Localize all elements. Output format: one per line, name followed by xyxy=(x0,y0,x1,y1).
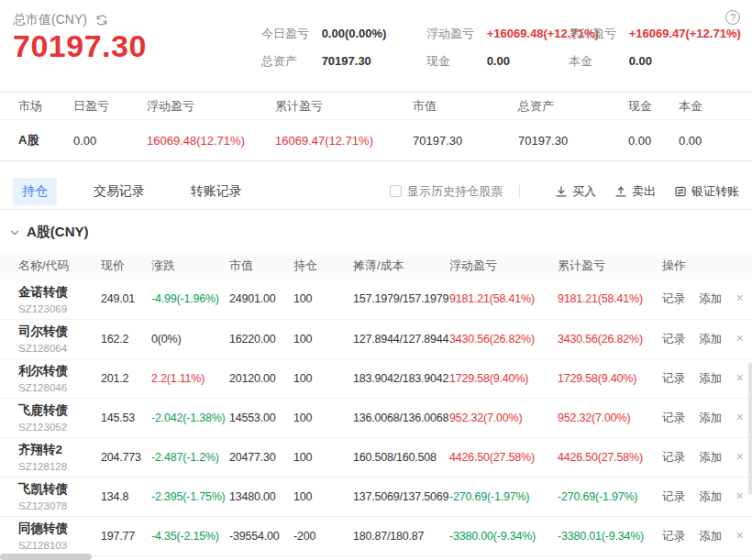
sell-icon xyxy=(614,185,627,198)
col-mkt-value: 市值 xyxy=(229,252,293,280)
col-cash: 现金 xyxy=(628,93,679,120)
close-icon[interactable]: × xyxy=(736,410,744,424)
stat-label: 现金 xyxy=(426,53,481,70)
horizontal-scrollbar[interactable] xyxy=(0,554,92,560)
market-header-row: 市场 日盈亏 浮动盈亏 累计盈亏 市值 总资产 现金 本金 xyxy=(0,93,752,120)
float-pl-cell: -270.69(-1.97%) xyxy=(449,477,558,516)
help-icon[interactable]: ? xyxy=(725,10,740,25)
close-icon[interactable]: × xyxy=(736,331,744,346)
record-link[interactable]: 记录 xyxy=(662,412,685,424)
close-icon[interactable]: × xyxy=(736,449,744,464)
record-link[interactable]: 记录 xyxy=(662,372,685,385)
portfolio-page: 总市值(CNY) 70197.30 今日盈亏 0.00(0.00%) 浮动盈亏 … xyxy=(0,0,752,560)
position-cell: 100 xyxy=(293,280,353,319)
cost-cell: 157.1979/157.1979 xyxy=(353,280,449,319)
close-icon[interactable]: × xyxy=(736,489,744,503)
tab-transfer-records[interactable]: 转账记录 xyxy=(182,178,251,205)
record-link[interactable]: 记录 xyxy=(662,333,685,346)
cumulative-pl-value: 16069.47(12.71%) xyxy=(275,120,413,161)
record-link[interactable]: 记录 xyxy=(662,530,685,543)
price-cell: 197.77 xyxy=(101,516,151,555)
stock-name[interactable]: 利尔转债 xyxy=(18,363,101,379)
floating-pl-value: 16069.48(12.71%) xyxy=(147,120,275,161)
record-link[interactable]: 记录 xyxy=(662,490,685,503)
stock-name[interactable]: 金诺转债 xyxy=(18,284,101,301)
close-icon[interactable]: × xyxy=(736,370,744,385)
stock-name-cell: 同德转债 SZ128103 xyxy=(0,516,101,555)
stat-label: 总资产 xyxy=(261,53,316,70)
cum-pl-cell: 9181.21(58.41%) xyxy=(558,280,662,319)
stock-name-cell: 齐翔转2 SZ128128 xyxy=(0,437,101,477)
stat-label: 本金 xyxy=(569,53,624,70)
stat-item: 总资产 70197.30 xyxy=(261,53,426,70)
vertical-scrollbar[interactable] xyxy=(748,362,752,495)
add-link[interactable]: 添加 xyxy=(699,490,722,503)
price-cell: 249.01 xyxy=(101,280,151,319)
add-link[interactable]: 添加 xyxy=(699,530,722,543)
change-cell: 0(0%) xyxy=(151,319,229,358)
stat-item: 浮动盈亏 +16069.48(+12.71%) xyxy=(426,26,569,42)
stock-name[interactable]: 飞鹿转债 xyxy=(18,402,101,419)
table-row: 齐翔转2 SZ128128 204.773 -2.487(-1.2%) 2047… xyxy=(0,437,752,477)
cum-pl-cell: 4426.50(27.58%) xyxy=(558,437,662,477)
actions-cell: 记录 添加 × xyxy=(662,358,752,398)
bank-transfer-icon xyxy=(674,185,687,198)
position-cell: -200 xyxy=(293,516,353,555)
stock-name-cell: 利尔转债 SZ128046 xyxy=(0,358,101,398)
change-cell: 2.2(1.11%) xyxy=(151,358,229,398)
close-icon[interactable]: × xyxy=(736,528,744,543)
stock-name[interactable]: 飞凯转债 xyxy=(18,481,101,498)
refresh-icon[interactable] xyxy=(95,14,108,27)
cum-pl-cell: -3380.01(-9.34%) xyxy=(558,516,662,555)
total-assets-value: 70197.30 xyxy=(518,120,628,161)
stat-item: 现金 0.00 xyxy=(426,53,569,70)
stock-code: SZ128128 xyxy=(18,461,101,472)
price-cell: 201.2 xyxy=(101,358,151,398)
change-cell: -2.042(-1.38%) xyxy=(151,398,229,437)
stock-code: SZ123078 xyxy=(18,500,101,511)
bank-transfer-button[interactable]: 银证转账 xyxy=(674,183,739,200)
stock-name-cell: 司尔转债 SZ128064 xyxy=(0,319,101,358)
section-a-shares[interactable]: A股(CNY) xyxy=(0,210,752,252)
record-link[interactable]: 记录 xyxy=(662,451,685,464)
actions-cell: 记录 添加 × xyxy=(662,319,752,358)
tab-trade-records[interactable]: 交易记录 xyxy=(84,178,154,205)
col-principal: 本金 xyxy=(679,93,752,120)
show-history-checkbox[interactable]: 显示历史持仓股票 xyxy=(390,183,503,200)
actions-cell: 记录 添加 × xyxy=(662,516,752,555)
stat-label: 今日盈亏 xyxy=(261,26,316,42)
add-link[interactable]: 添加 xyxy=(699,372,722,385)
add-link[interactable]: 添加 xyxy=(699,412,722,424)
total-market-value: 70197.30 xyxy=(13,28,147,64)
position-cell: 100 xyxy=(293,398,353,437)
float-pl-cell: 952.32(7.00%) xyxy=(449,398,558,437)
sell-button[interactable]: 卖出 xyxy=(614,183,656,200)
col-actions: 操作 xyxy=(662,252,752,280)
stock-name-cell: 金诺转债 SZ123069 xyxy=(0,280,101,319)
stock-name[interactable]: 齐翔转2 xyxy=(18,442,101,458)
market-value: 70197.30 xyxy=(413,120,518,161)
record-link[interactable]: 记录 xyxy=(662,292,685,305)
col-name-code: 名称/代码 xyxy=(0,252,101,280)
add-link[interactable]: 添加 xyxy=(699,333,722,346)
cum-pl-cell: 3430.56(26.82%) xyxy=(558,319,662,358)
float-pl-cell: 3430.56(26.82%) xyxy=(449,319,558,358)
stock-name[interactable]: 同德转债 xyxy=(18,521,101,537)
add-link[interactable]: 添加 xyxy=(699,292,722,305)
close-icon[interactable]: × xyxy=(736,291,744,305)
checkbox-icon[interactable] xyxy=(390,185,402,197)
table-row: 利尔转债 SZ128046 201.2 2.2(1.11%) 20120.00 … xyxy=(0,358,752,398)
stock-name[interactable]: 司尔转债 xyxy=(18,324,101,340)
tab-holdings[interactable]: 持仓 xyxy=(13,178,57,205)
stat-item: 本金 0.00 xyxy=(569,53,741,70)
price-cell: 162.2 xyxy=(101,319,151,358)
market-value-cell: 24901.00 xyxy=(229,280,293,319)
summary-stats: 今日盈亏 0.00(0.00%) 浮动盈亏 +16069.48(+12.71%)… xyxy=(261,26,741,70)
market-name: A股 xyxy=(0,120,73,161)
buy-button[interactable]: 买入 xyxy=(555,183,596,200)
chevron-down-icon xyxy=(9,227,20,238)
stock-code: SZ123052 xyxy=(18,422,101,433)
add-link[interactable]: 添加 xyxy=(699,451,722,464)
col-floating-pl: 浮动盈亏 xyxy=(147,93,275,120)
actions-cell: 记录 添加 × xyxy=(662,477,752,516)
